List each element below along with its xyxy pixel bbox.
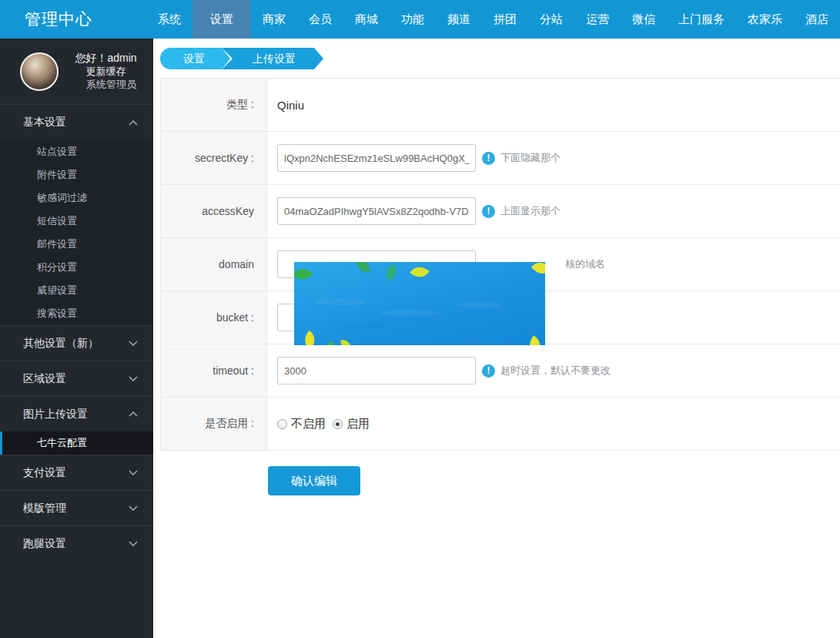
type-label: 类型 : xyxy=(161,79,267,131)
sidebar-menu-entry[interactable]: 附件设置 xyxy=(0,163,153,186)
form-row-accesskey: accessKey 上面显示那个 xyxy=(161,185,840,238)
sidebar-menu-label: 区域设置 xyxy=(23,372,66,386)
sidebar-menu-entry[interactable]: 模版管理 xyxy=(0,490,153,526)
accesskey-hint: 上面显示那个 xyxy=(482,204,561,218)
chevron-down-icon xyxy=(129,120,138,126)
sidebar-menu: 基本设置 站点设置 附件设置 敏感词过滤 xyxy=(0,105,153,561)
sidebar-menu-label: 站点设置 xyxy=(37,145,77,159)
online-status-icon xyxy=(75,82,82,88)
chevron-down-icon xyxy=(129,470,138,475)
user-role: 系统管理员 xyxy=(59,78,153,91)
timeout-label: timeout : xyxy=(161,344,267,397)
sidebar-menu-label: 跑腿设置 xyxy=(23,537,66,551)
sidebar-menu-label: 其他设置（新） xyxy=(23,337,99,351)
domain-hint: 核的域名 xyxy=(565,257,605,271)
top-nav-item[interactable]: 商城 xyxy=(343,0,390,39)
sidebar-menu-label: 积分设置 xyxy=(37,260,77,274)
top-nav-item[interactable]: 上门服务 xyxy=(667,0,736,39)
enable-label: 是否启用 : xyxy=(161,398,267,450)
sidebar-menu-label: 附件设置 xyxy=(37,168,77,182)
sidebar-menu-entry[interactable]: 站点设置 xyxy=(0,140,153,163)
top-nav-item[interactable]: 会员 xyxy=(297,0,343,39)
sidebar-menu-entry[interactable]: 敏感词过滤 xyxy=(0,186,153,210)
form-row-enable: 是否启用 : 不启用 启用 xyxy=(161,398,840,451)
top-nav-item[interactable]: 农家乐 xyxy=(736,0,794,39)
top-nav-item[interactable]: 设置 xyxy=(192,0,251,39)
breadcrumb-settings[interactable]: 设置 xyxy=(160,48,222,69)
sidebar-menu-label: 模版管理 xyxy=(23,502,66,515)
top-nav-item[interactable]: 拼团 xyxy=(482,0,528,39)
top-nav-item[interactable]: 分站 xyxy=(528,0,574,39)
user-greeting: 您好！admin xyxy=(59,52,153,65)
sidebar-menu-label: 短信设置 xyxy=(37,214,77,228)
chevron-down-icon xyxy=(129,541,138,546)
info-icon xyxy=(482,152,495,165)
sidebar: 您好！admin 更新缓存 系统管理员 基本设置 站点设置 xyxy=(0,39,153,638)
sidebar-menu-entry[interactable]: 基本设置 xyxy=(0,105,153,140)
avatar[interactable] xyxy=(20,52,59,91)
app-title: 管理中心 xyxy=(0,8,146,30)
top-nav-item[interactable]: 微信 xyxy=(621,0,667,39)
sidebar-menu-label: 搜索设置 xyxy=(37,307,77,321)
secretkey-hint: 下面隐藏那个 xyxy=(482,151,561,165)
radio-enable-label: 启用 xyxy=(346,417,370,431)
sidebar-menu-label: 邮件设置 xyxy=(37,237,77,251)
sidebar-menu-entry[interactable]: 短信设置 xyxy=(0,210,153,233)
radio-disable[interactable] xyxy=(277,419,287,429)
breadcrumb: 设置 上传设置 xyxy=(153,39,840,69)
top-nav: 系统 设置 商家 会员 商城 功能 频道 拼团 分站 运营 微信 上门服务 农家… xyxy=(146,0,840,39)
bucket-label: bucket : xyxy=(161,291,267,344)
radio-enable[interactable] xyxy=(333,419,343,429)
type-value: Qiniu xyxy=(277,99,304,112)
top-nav-item[interactable]: 运营 xyxy=(574,0,621,39)
form-row-type: 类型 : Qiniu xyxy=(161,79,840,132)
timeout-hint: 超时设置，默认不要更改 xyxy=(482,364,611,378)
accesskey-label: accessKey xyxy=(161,185,267,237)
sidebar-menu-label: 基本设置 xyxy=(23,116,66,129)
info-icon xyxy=(482,364,495,378)
confirm-edit-button[interactable]: 确认编辑 xyxy=(268,466,360,495)
sidebar-menu-entry[interactable]: 搜索设置 xyxy=(0,302,153,325)
sidebar-menu-entry[interactable]: 跑腿设置 xyxy=(0,526,153,561)
sidebar-menu-label: 支付设置 xyxy=(23,466,66,480)
accesskey-input[interactable] xyxy=(277,197,476,225)
sidebar-menu-label: 图片上传设置 xyxy=(23,408,88,421)
sidebar-menu-entry[interactable]: 积分设置 xyxy=(0,256,153,279)
sidebar-menu-entry[interactable]: 区域设置 xyxy=(0,361,153,396)
top-bar: 管理中心 系统 设置 商家 会员 商城 功能 频道 拼团 分站 运营 微信 上门… xyxy=(0,0,840,39)
chevron-down-icon xyxy=(129,341,138,346)
secretkey-label: secrectKey : xyxy=(161,132,267,184)
chevron-down-icon xyxy=(129,376,138,381)
top-nav-item[interactable]: 功能 xyxy=(390,0,436,39)
secretkey-input[interactable] xyxy=(277,144,476,172)
top-nav-item[interactable]: 频道 xyxy=(436,0,482,39)
sidebar-menu-entry[interactable]: 支付设置 xyxy=(0,455,153,490)
sidebar-menu-label: 威望设置 xyxy=(37,284,77,297)
top-nav-item[interactable]: 商家 xyxy=(251,0,297,39)
breadcrumb-upload-settings[interactable]: 上传设置 xyxy=(222,48,314,69)
sidebar-menu-entry[interactable]: 其他设置（新） xyxy=(0,325,153,361)
info-icon xyxy=(482,205,495,218)
domain-label: domain xyxy=(161,238,267,290)
chevron-down-icon xyxy=(129,505,138,511)
sidebar-menu-entry[interactable]: 七牛云配置 xyxy=(0,431,153,455)
banner-image-overlay xyxy=(294,262,545,345)
sidebar-menu-entry[interactable]: 图片上传设置 xyxy=(0,396,153,431)
top-nav-item[interactable]: 系统 xyxy=(146,0,192,39)
form-row-secretkey: secrectKey : 下面隐藏那个 xyxy=(161,132,840,185)
sidebar-menu-label: 敏感词过滤 xyxy=(37,191,87,205)
form-row-timeout: timeout : 超时设置，默认不要更改 xyxy=(161,344,840,398)
chevron-down-icon xyxy=(129,411,138,417)
timeout-input[interactable] xyxy=(277,357,476,384)
user-panel: 您好！admin 更新缓存 系统管理员 xyxy=(0,39,153,105)
sidebar-menu-entry[interactable]: 邮件设置 xyxy=(0,233,153,256)
sidebar-menu-entry[interactable]: 威望设置 xyxy=(0,279,153,302)
radio-disable-label: 不启用 xyxy=(291,417,326,431)
sidebar-menu-label: 七牛云配置 xyxy=(37,436,87,450)
top-nav-item[interactable]: 酒店 xyxy=(794,0,840,39)
refresh-cache-link[interactable]: 更新缓存 xyxy=(59,65,153,78)
